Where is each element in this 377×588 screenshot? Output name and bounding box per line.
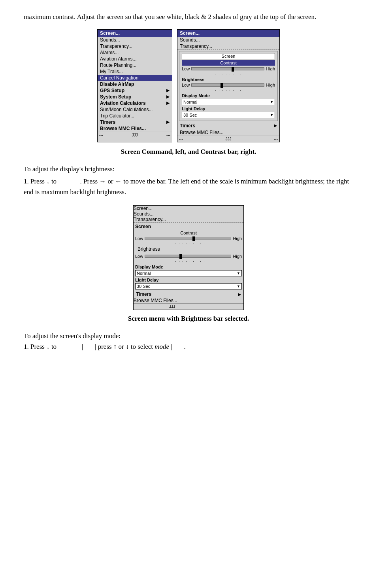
contrast-slider-row: Low High xyxy=(182,66,275,71)
left-menu-bottom-bar: --- JJJ --- xyxy=(98,132,172,138)
large-display-mode-title: Display Mode xyxy=(135,265,242,269)
large-light-delay-title: Light Delay xyxy=(135,278,242,282)
brightness-step: 1. Press ↓ to . Press → or ← to move the… xyxy=(24,176,353,197)
screen-inner-panel: Screen Contrast Low High · · · · · · · ·… xyxy=(179,51,278,121)
large-contrast-low: Low xyxy=(135,236,143,241)
large-contrast-track xyxy=(145,237,231,240)
large-contrast-high: High xyxy=(233,236,242,241)
menu-item-timers: Timers ▶ xyxy=(98,119,172,125)
brightness-intro: To adjust the display's brightness: xyxy=(24,164,353,174)
large-contrast-title: Contrast xyxy=(135,231,242,235)
contrast-dots: · · · · · · · · · · xyxy=(182,72,275,76)
brightness-section: To adjust the display's brightness: 1. P… xyxy=(24,164,353,198)
contrast-high-label: High xyxy=(266,66,275,71)
large-browse-mmc: Browse MMC Files... xyxy=(134,298,243,303)
right-bottom-bar: --- JJJ --- xyxy=(177,136,279,142)
single-screenshot: Screen... Sounds... Transparency... Scre… xyxy=(24,205,353,310)
large-timers-label: Timers xyxy=(136,291,151,297)
right-sounds: Sounds... xyxy=(177,37,279,43)
large-screen-inner: Screen Contrast Low High · · · · · · · ·… xyxy=(135,224,242,289)
menu-item-aviation-calc: Aviation Calculators ▶ xyxy=(98,100,172,106)
light-delay-dropdown: 30 Sec ▼ xyxy=(182,112,275,118)
display-mode-arrow: ▼ xyxy=(270,100,273,104)
large-light-delay-box: 30 Sec ▼ xyxy=(135,283,242,289)
menu-item-browse-mmc: Browse MMC Files... xyxy=(98,125,172,132)
large-contrast-dots: · · · · · · · · · · xyxy=(135,242,242,246)
aviation-arrow: ▶ xyxy=(166,101,170,105)
caption1: Screen Command, left, and Contrast bar, … xyxy=(24,148,353,156)
gps-arrow: ▶ xyxy=(166,88,170,93)
large-brightness-dots: · · · · · · · · · · xyxy=(135,259,242,263)
menu-item-route-planning: Route Planning... xyxy=(98,62,172,68)
brightness-track xyxy=(191,83,264,87)
large-timers-arrow: ▶ xyxy=(238,292,241,297)
menu-item-system-setup: System Setup ▶ xyxy=(98,94,172,100)
large-display-mode-box: Normal ▼ xyxy=(135,270,242,276)
screenshots-row: Screen... Sounds... Transparency... Alar… xyxy=(24,29,353,142)
right-bottom-left: --- xyxy=(179,137,183,141)
contrast-thumb xyxy=(232,67,234,72)
right-screen-dialog: Screen... Sounds... Transparency... Scre… xyxy=(177,29,280,142)
light-delay-box: 30 Sec ▼ xyxy=(182,112,275,118)
screen-title-label: Screen xyxy=(182,53,275,59)
right-bottom-center: JJJ xyxy=(226,137,232,141)
large-brightness-track xyxy=(145,255,231,258)
timers-arrow: ▶ xyxy=(166,120,170,124)
menu-item-alarms: Alarms... xyxy=(98,49,172,56)
large-light-delay-value: 30 Sec xyxy=(137,284,150,289)
menu-item-aviation-alarms: Aviation Alarms... xyxy=(98,56,172,62)
large-screen-dialog: Screen... Sounds... Transparency... Scre… xyxy=(133,205,244,310)
large-screen-title: Screen xyxy=(135,224,242,229)
large-brightness-label: Brightness xyxy=(135,246,162,252)
display-mode-step: 1. Press ↓ to | | press ↑ or ↓ to select… xyxy=(24,341,353,352)
contrast-label: Contrast xyxy=(182,60,275,66)
light-delay-arrow: ▼ xyxy=(270,113,273,117)
display-mode-value: Normal xyxy=(183,100,197,104)
large-display-mode-arrow: ▼ xyxy=(237,271,240,275)
right-bottom-right: --- xyxy=(274,137,278,141)
display-mode-dropdown: Normal ▼ xyxy=(182,99,275,105)
large-bottom-center: JJJ xyxy=(169,304,175,309)
menu-item-trip-calc: Trip Calculator... xyxy=(98,113,172,119)
large-brightness-slider: Low High xyxy=(135,254,242,259)
display-mode-intro: To adjust the screen's display mode: xyxy=(24,331,353,341)
large-brightness-high: High xyxy=(233,254,242,259)
brightness-slider-row: Low High xyxy=(182,83,275,87)
large-light-delay-dropdown: 30 Sec ▼ xyxy=(135,283,242,289)
mode-italic-text: mode xyxy=(155,343,169,350)
brightness-dots: · · · · · · · · · · xyxy=(182,88,275,92)
right-timers-label: Timers xyxy=(180,123,195,129)
large-light-delay-arrow: ▼ xyxy=(237,284,240,288)
brightness-high-label: High xyxy=(266,83,275,87)
menu-item-gps-setup: GPS Setup ▶ xyxy=(98,87,172,94)
large-transparency: Transparency... xyxy=(134,217,243,223)
brightness-low-label: Low xyxy=(182,83,190,87)
bottom-bar-center: JJJ xyxy=(132,133,138,137)
left-menu-screenshot: Screen... Sounds... Transparency... Alar… xyxy=(97,29,172,142)
right-browse-mmc: Browse MMC Files... xyxy=(177,129,279,136)
contrast-track xyxy=(191,67,264,70)
bottom-bar-right: --- xyxy=(166,133,170,137)
large-contrast-slider: Low High xyxy=(135,236,242,241)
menu-item-my-trails: My Trails... xyxy=(98,68,172,75)
menu-item-sounds: Sounds... xyxy=(98,37,172,43)
display-mode-section: To adjust the screen's display mode: 1. … xyxy=(24,331,353,352)
right-menu-header: Screen... xyxy=(177,30,279,37)
large-bottom-center-right: -- xyxy=(205,304,208,309)
menu-item-cancel-nav: Cancel Navigation xyxy=(98,75,172,81)
left-menu-header: Screen... xyxy=(98,30,172,37)
bottom-bar-left: --- xyxy=(99,133,103,137)
large-brightness-low: Low xyxy=(135,254,143,259)
right-timers-row: Timers ▶ xyxy=(177,122,279,129)
large-sounds: Sounds... xyxy=(134,211,243,217)
display-mode-box: Normal ▼ xyxy=(182,99,275,105)
brightness-title: Brightness xyxy=(182,77,275,82)
large-bottom-right: --- xyxy=(238,304,242,309)
brightness-thumb xyxy=(221,83,223,88)
large-timers-row: Timers ▶ xyxy=(134,291,243,298)
contrast-low-label: Low xyxy=(182,66,190,71)
caption2: Screen menu with Brightness bar selected… xyxy=(24,315,353,323)
large-bottom-bar: --- JJJ -- --- xyxy=(134,303,243,310)
right-timers-arrow: ▶ xyxy=(274,123,277,128)
intro-paragraph: maximum contrast. Adjust the screen so t… xyxy=(24,12,353,22)
